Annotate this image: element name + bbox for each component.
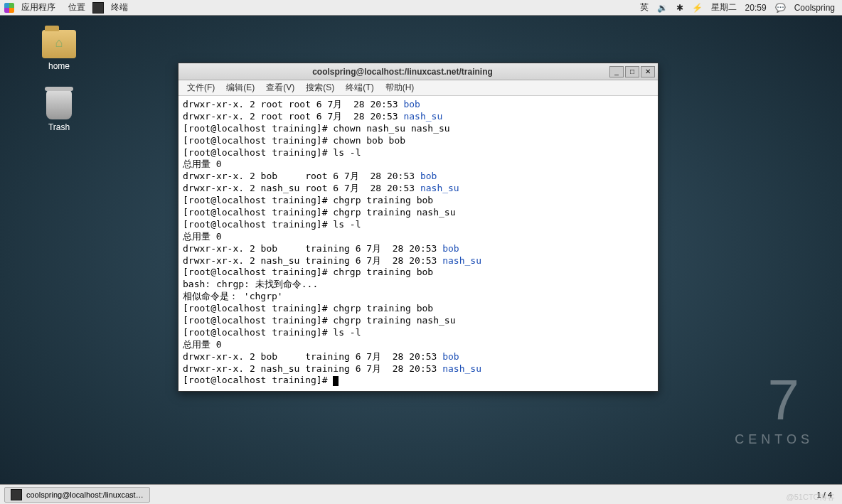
dir-name: bob [403, 99, 420, 109]
term-line: [root@localhost training]# chrgp trainin… [183, 267, 433, 277]
term-line: 相似命令是： 'chgrp' [183, 291, 283, 301]
term-line: drwxr-xr-x. 2 root root 6 7月 28 20:53 [183, 99, 403, 109]
term-line: drwxr-xr-x. 2 nash_su training 6 7月 28 2… [183, 363, 442, 374]
volume-icon[interactable]: 🔉 [657, 3, 668, 13]
top-panel: 应用程序 位置 终端 英 🔉 ✱ ⚡ 星期二 20:59 💬 Coolsprin… [0, 0, 842, 16]
trash-label: Trash [48, 122, 70, 132]
minimize-button[interactable]: _ [609, 66, 624, 77]
trash-icon [46, 90, 72, 119]
workspace-indicator[interactable]: 1 / 4 [811, 489, 838, 500]
bottom-panel: coolspring@localhost:/linuxcast… 1 / 4 [0, 484, 842, 504]
taskbar-terminal-button[interactable]: coolspring@localhost:/linuxcast… [4, 487, 150, 503]
menu-terminal[interactable]: 终端(T) [340, 80, 379, 95]
term-line: [root@localhost training]# chgrp trainin… [183, 207, 456, 218]
centos-seven: 7 [768, 368, 800, 433]
trash-desktop-icon[interactable]: Trash [34, 90, 84, 132]
terminal-body[interactable]: drwxr-xr-x. 2 root root 6 7月 28 20:53 bo… [178, 96, 658, 391]
dir-name: nash_su [420, 183, 459, 193]
term-line: 总用量 0 [183, 159, 222, 169]
dir-name: bob [442, 351, 459, 362]
window-title: coolspring@localhost:/linuxcast.net/trai… [196, 67, 609, 77]
terminal-menubar: 文件(F) 编辑(E) 查看(V) 搜索(S) 终端(T) 帮助(H) [178, 80, 658, 96]
clock-day[interactable]: 星期二 [711, 1, 737, 14]
term-line: 总用量 0 [183, 231, 222, 242]
term-line: [root@localhost training]# ls -l [183, 147, 361, 158]
bluetooth-icon[interactable]: ✱ [676, 3, 683, 13]
term-line: [root@localhost training]# chown bob bob [183, 135, 405, 146]
clock-time[interactable]: 20:59 [745, 3, 767, 13]
places-menu[interactable]: 位置 [63, 0, 91, 15]
menu-file[interactable]: 文件(F) [181, 80, 220, 95]
terminal-icon [11, 489, 22, 500]
maximize-button[interactable]: □ [625, 66, 639, 77]
dir-name: nash_su [442, 363, 481, 374]
cursor [333, 376, 339, 386]
term-line: drwxr-xr-x. 2 bob root 6 7月 28 20:53 [183, 171, 420, 181]
term-line: [root@localhost training]# chgrp trainin… [183, 195, 433, 205]
centos-wordmark: CENTOS [735, 432, 814, 447]
dir-name: bob [420, 171, 437, 181]
menu-help[interactable]: 帮助(H) [380, 80, 420, 95]
folder-icon [42, 30, 76, 58]
term-line: drwxr-xr-x. 2 nash_su training 6 7月 28 2… [183, 255, 442, 266]
term-line: [root@localhost training]# chown nash_su… [183, 123, 450, 134]
term-line: [root@localhost training]# chgrp trainin… [183, 303, 433, 313]
applications-menu[interactable]: 应用程序 [16, 0, 61, 15]
term-line: drwxr-xr-x. 2 bob training 6 7月 28 20:53 [183, 351, 442, 362]
terminal-window[interactable]: coolspring@localhost:/linuxcast.net/trai… [178, 63, 659, 392]
network-icon[interactable]: ⚡ [692, 3, 703, 13]
term-line: bash: chrgp: 未找到命令... [183, 279, 318, 289]
home-label: home [48, 61, 70, 71]
taskbar-label: coolspring@localhost:/linuxcast… [26, 490, 144, 499]
dir-name: nash_su [442, 255, 481, 266]
dir-name: nash_su [403, 111, 442, 122]
close-button[interactable]: ✕ [641, 66, 655, 77]
term-line: drwxr-xr-x. 2 nash_su root 6 7月 28 20:53 [183, 183, 420, 193]
user-menu[interactable]: Coolspring [794, 3, 835, 13]
term-line: [root@localhost training]# [183, 375, 333, 385]
distro-icon [4, 3, 14, 13]
menu-search[interactable]: 搜索(S) [300, 80, 340, 95]
term-line: 总用量 0 [183, 339, 222, 350]
term-line: drwxr-xr-x. 2 root root 6 7月 28 20:53 [183, 111, 403, 122]
terminal-task-icon[interactable] [92, 2, 104, 14]
menu-view[interactable]: 查看(V) [260, 80, 300, 95]
user-menu-icon[interactable]: 💬 [775, 3, 786, 13]
terminal-task-label[interactable]: 终端 [105, 0, 134, 15]
term-line: [root@localhost training]# chgrp trainin… [183, 315, 456, 326]
dir-name: bob [442, 243, 459, 254]
input-method-indicator[interactable]: 英 [640, 1, 649, 14]
term-line: [root@localhost training]# ls -l [183, 327, 361, 338]
menu-edit[interactable]: 编辑(E) [220, 80, 260, 95]
term-line: [root@localhost training]# ls -l [183, 219, 361, 230]
window-titlebar[interactable]: coolspring@localhost:/linuxcast.net/trai… [178, 63, 658, 80]
home-desktop-icon[interactable]: home [34, 30, 84, 71]
term-line: drwxr-xr-x. 2 bob training 6 7月 28 20:53 [183, 243, 442, 254]
